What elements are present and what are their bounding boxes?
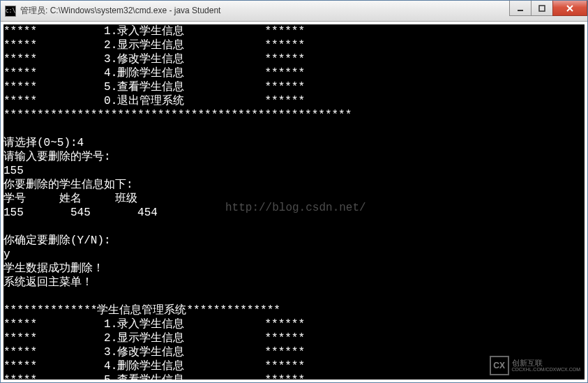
- terminal-output: ***** 1.录入学生信息 ****** ***** 2.显示学生信息 ***…: [3, 24, 585, 382]
- window-title: 管理员: C:\Windows\system32\cmd.exe - java …: [20, 5, 587, 17]
- minimize-icon: [517, 5, 524, 12]
- minimize-button[interactable]: [509, 1, 532, 16]
- svg-rect-1: [539, 6, 545, 11]
- terminal-area[interactable]: http://blog.csdn.net/ ***** 1.录入学生信息 ***…: [1, 22, 587, 382]
- close-button[interactable]: [552, 1, 587, 16]
- window-frame: c:\ 管理员: C:\Windows\system32\cmd.exe - j…: [0, 0, 588, 383]
- maximize-icon: [538, 5, 545, 12]
- close-icon: [566, 5, 574, 12]
- maximize-button[interactable]: [531, 1, 553, 16]
- window-controls: [510, 1, 587, 16]
- cmd-icon: c:\: [5, 6, 16, 17]
- titlebar[interactable]: c:\ 管理员: C:\Windows\system32\cmd.exe - j…: [1, 1, 587, 22]
